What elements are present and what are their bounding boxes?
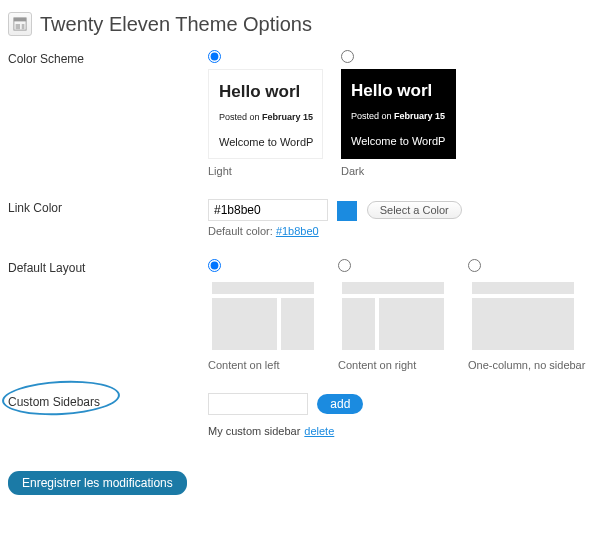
select-color-button[interactable]: Select a Color <box>367 201 462 219</box>
row-link-color: Link Color Select a Color Default color:… <box>8 199 594 237</box>
svg-rect-1 <box>14 18 26 22</box>
link-color-swatch[interactable] <box>337 201 357 221</box>
page-header: Twenty Eleven Theme Options <box>8 12 594 36</box>
radio-layout-right[interactable] <box>338 259 351 272</box>
scheme-light-label: Light <box>208 165 323 177</box>
preview-dark[interactable]: Hello worl Posted on February 15 Welcome… <box>341 69 456 159</box>
scheme-option-dark: Hello worl Posted on February 15 Welcome… <box>341 50 456 177</box>
default-color-helper: Default color: #1b8be0 <box>208 225 594 237</box>
scheme-option-light: Hello worl Posted on February 15 Welcome… <box>208 50 323 177</box>
label-link-color: Link Color <box>8 199 208 215</box>
radio-layout-one[interactable] <box>468 259 481 272</box>
theme-options-icon <box>8 12 32 36</box>
layout-preview-left[interactable] <box>208 278 318 353</box>
radio-scheme-light[interactable] <box>208 50 221 63</box>
page-title: Twenty Eleven Theme Options <box>40 13 312 36</box>
svg-rect-3 <box>22 24 25 29</box>
layout-preview-one[interactable] <box>468 278 578 353</box>
scheme-dark-label: Dark <box>341 165 456 177</box>
radio-scheme-dark[interactable] <box>341 50 354 63</box>
svg-rect-2 <box>16 24 20 29</box>
label-default-layout: Default Layout <box>8 259 208 275</box>
custom-sidebar-input[interactable] <box>208 393 308 415</box>
delete-sidebar-link[interactable]: delete <box>304 425 334 437</box>
preview-light[interactable]: Hello worl Posted on February 15 Welcome… <box>208 69 323 159</box>
radio-layout-left[interactable] <box>208 259 221 272</box>
save-button[interactable]: Enregistrer les modifications <box>8 471 187 495</box>
layout-preview-right[interactable] <box>338 278 448 353</box>
label-color-scheme: Color Scheme <box>8 50 208 66</box>
custom-sidebar-item: My custom sidebardelete <box>208 425 594 437</box>
row-custom-sidebars: Custom Sidebars add My custom sidebardel… <box>8 393 594 437</box>
layout-option-right: Content on right <box>338 259 448 371</box>
layout-option-left: Content on left <box>208 259 318 371</box>
add-sidebar-button[interactable]: add <box>317 394 363 414</box>
layout-option-one: One-column, no sidebar <box>468 259 578 371</box>
link-color-input[interactable] <box>208 199 328 221</box>
row-default-layout: Default Layout Content on left <box>8 259 594 371</box>
row-color-scheme: Color Scheme Hello worl Posted on Februa… <box>8 50 594 177</box>
default-color-link[interactable]: #1b8be0 <box>276 225 319 237</box>
label-custom-sidebars: Custom Sidebars <box>8 393 208 409</box>
